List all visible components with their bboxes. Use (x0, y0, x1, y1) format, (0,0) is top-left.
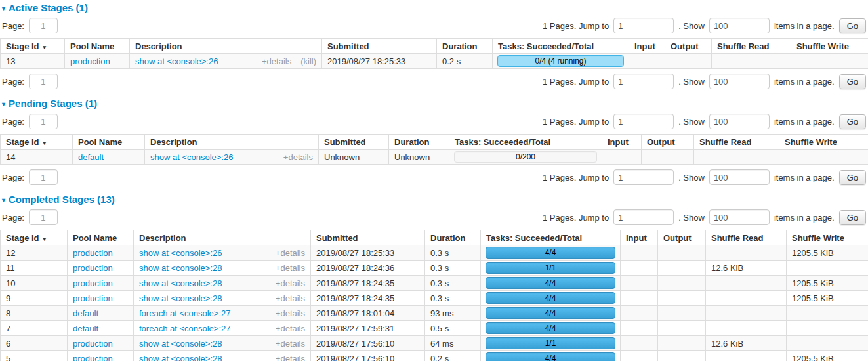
details-toggle[interactable]: +details (276, 293, 305, 303)
jump-to-page-input[interactable] (613, 74, 674, 89)
column-header-stage-id[interactable]: Stage Id▾ (1, 230, 68, 245)
details-toggle[interactable]: +details (283, 152, 313, 162)
page-input[interactable] (29, 209, 58, 225)
column-header-shuffle-read[interactable]: Shuffle Read (694, 135, 779, 150)
shuffle-read-cell (706, 276, 787, 291)
pool-name-link[interactable]: default (78, 152, 104, 162)
pool-name-link[interactable]: production (73, 339, 113, 349)
details-toggle[interactable]: +details (276, 263, 305, 273)
description-link[interactable]: show at <console>:28 (139, 263, 222, 273)
page-input[interactable] (29, 74, 58, 89)
go-button[interactable]: Go (839, 74, 866, 89)
column-header-input[interactable]: Input (621, 230, 658, 245)
column-header-shuffle-write[interactable]: Shuffle Write (779, 135, 868, 150)
section-header[interactable]: ▾Completed Stages (13) (2, 194, 868, 205)
details-toggle[interactable]: +details (276, 324, 305, 333)
details-toggle[interactable]: +details (276, 278, 305, 288)
column-header-tasks-succeeded-total[interactable]: Tasks: Succeeded/Total (493, 39, 629, 54)
tasks-cell: 1/1 (481, 336, 621, 351)
column-header-submitted[interactable]: Submitted (319, 135, 389, 150)
show-items-input[interactable] (709, 74, 770, 89)
pool-name-link[interactable]: production (73, 278, 113, 288)
column-header-tasks-succeeded-total[interactable]: Tasks: Succeeded/Total (449, 135, 602, 150)
pool-name-link[interactable]: production (73, 293, 113, 303)
column-header-pool-name[interactable]: Pool Name (65, 39, 130, 54)
tasks-progress-bar: 4/4 (486, 352, 615, 361)
kill-link[interactable]: (kill) (300, 56, 316, 66)
description-actions: +details (276, 354, 305, 361)
section-header[interactable]: ▾Active Stages (1) (2, 2, 868, 13)
column-header-submitted[interactable]: Submitted (311, 230, 425, 245)
column-header-pool-name[interactable]: Pool Name (73, 135, 145, 150)
shuffle-read-cell (706, 306, 787, 321)
column-header-input[interactable]: Input (629, 39, 665, 54)
description-cell: +details(kill)show at <console>:26 (130, 54, 322, 69)
column-header-submitted[interactable]: Submitted (322, 39, 437, 54)
description-link[interactable]: show at <console>:28 (139, 278, 222, 288)
column-header-label: Pool Name (70, 41, 114, 51)
pool-name-link[interactable]: production (73, 263, 113, 273)
description-link[interactable]: show at <console>:28 (139, 354, 222, 361)
column-header-label: Duration (430, 233, 465, 243)
pool-name-cell: production (68, 261, 134, 276)
description-link[interactable]: show at <console>:28 (139, 293, 222, 303)
column-header-description[interactable]: Description (134, 230, 311, 245)
input-cell (602, 150, 642, 165)
show-items-input[interactable] (709, 114, 770, 129)
pagination-row: Page:1 Pages. Jump to. Showitems in a pa… (2, 18, 866, 33)
column-header-tasks-succeeded-total[interactable]: Tasks: Succeeded/Total (481, 230, 621, 245)
pool-name-link[interactable]: production (73, 354, 113, 361)
column-header-output[interactable]: Output (642, 135, 694, 150)
go-button[interactable]: Go (839, 170, 866, 185)
page-input[interactable] (29, 18, 58, 33)
jump-to-page-input[interactable] (613, 209, 674, 225)
tasks-progress-label: 4/4 (545, 324, 556, 333)
pool-name-link[interactable]: default (73, 324, 98, 333)
column-header-duration[interactable]: Duration (425, 230, 481, 245)
column-header-input[interactable]: Input (602, 135, 642, 150)
details-toggle[interactable]: +details (276, 248, 305, 258)
column-header-shuffle-write[interactable]: Shuffle Write (791, 39, 868, 54)
tasks-cell: 0/4 (4 running) (493, 54, 629, 69)
column-header-pool-name[interactable]: Pool Name (68, 230, 134, 245)
go-button[interactable]: Go (839, 210, 866, 225)
description-link[interactable]: foreach at <console>:27 (139, 324, 231, 333)
details-toggle[interactable]: +details (276, 339, 305, 349)
column-header-description[interactable]: Description (145, 135, 319, 150)
go-button[interactable]: Go (839, 114, 866, 129)
show-items-input[interactable] (709, 209, 770, 225)
column-header-output[interactable]: Output (665, 39, 712, 54)
description-link[interactable]: show at <console>:28 (139, 339, 222, 349)
section-header[interactable]: ▾Pending Stages (1) (2, 98, 868, 109)
details-toggle[interactable]: +details (262, 56, 291, 66)
description-link[interactable]: show at <console>:26 (135, 56, 218, 66)
go-button[interactable]: Go (839, 18, 866, 33)
details-toggle[interactable]: +details (276, 308, 305, 318)
pool-name-link[interactable]: default (73, 308, 98, 318)
column-header-duration[interactable]: Duration (437, 39, 493, 54)
column-header-shuffle-read[interactable]: Shuffle Read (712, 39, 791, 54)
details-toggle[interactable]: +details (276, 354, 305, 361)
jump-to-page-input[interactable] (613, 169, 674, 185)
pool-name-link[interactable]: production (73, 248, 113, 258)
column-header-stage-id[interactable]: Stage Id▾ (1, 39, 65, 54)
page-input[interactable] (29, 169, 58, 185)
description-link[interactable]: show at <console>:26 (150, 152, 233, 162)
column-header-output[interactable]: Output (658, 230, 706, 245)
description-link[interactable]: show at <console>:26 (139, 248, 222, 258)
jump-to-page-input[interactable] (613, 18, 674, 33)
stages-section-pending-stages-1: ▾Pending Stages (1)Page:1 Pages. Jump to… (0, 98, 868, 185)
column-header-duration[interactable]: Duration (389, 135, 449, 150)
column-header-description[interactable]: Description (130, 39, 322, 54)
page-input[interactable] (29, 114, 58, 129)
show-items-input[interactable] (709, 169, 770, 185)
column-header-shuffle-write[interactable]: Shuffle Write (787, 230, 868, 245)
column-header-stage-id[interactable]: Stage Id▾ (1, 135, 73, 150)
show-label: . Show (678, 117, 705, 127)
jump-to-page-input[interactable] (613, 114, 674, 129)
description-link[interactable]: foreach at <console>:27 (139, 308, 231, 318)
pagination-row: Page:1 Pages. Jump to. Showitems in a pa… (2, 114, 866, 129)
show-items-input[interactable] (709, 18, 770, 33)
pool-name-link[interactable]: production (70, 56, 110, 66)
column-header-shuffle-read[interactable]: Shuffle Read (706, 230, 787, 245)
